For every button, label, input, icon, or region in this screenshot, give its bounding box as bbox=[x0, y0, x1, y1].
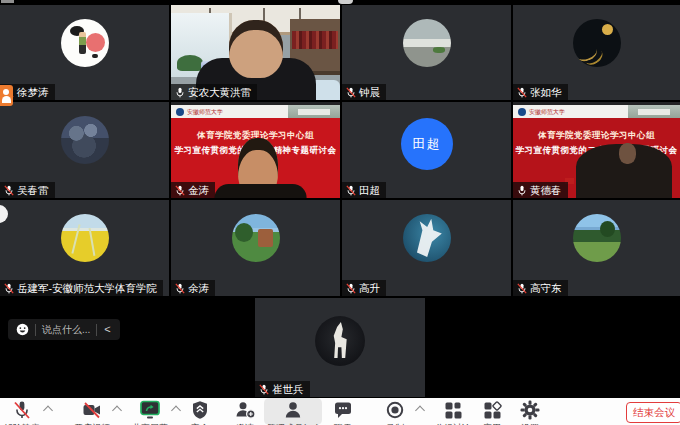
mic-muted-icon bbox=[175, 185, 185, 196]
participant-tile[interactable]: 安农大黄洪雷 bbox=[171, 5, 340, 100]
participant-tile[interactable]: 田超 田超 bbox=[342, 102, 511, 198]
university-logo-text: 安徽师范大学 bbox=[529, 108, 565, 117]
share-options-chevron[interactable] bbox=[173, 407, 180, 414]
unmute-button[interactable]: 解除静音 bbox=[4, 400, 40, 425]
share-screen-button[interactable]: 共享屏幕 bbox=[132, 400, 168, 425]
participant-tile[interactable]: 钟晨 bbox=[342, 5, 511, 100]
participant-tile[interactable]: 高守东 bbox=[513, 200, 680, 296]
participant-tile[interactable]: 徐梦涛 bbox=[0, 5, 169, 100]
participant-name: 张如华 bbox=[530, 86, 562, 98]
breakout-rooms-button[interactable]: 分组讨论 bbox=[435, 400, 471, 425]
participant-name-bar: 田超 bbox=[342, 182, 386, 198]
share-screen-icon bbox=[139, 400, 161, 420]
video-options-chevron[interactable] bbox=[114, 407, 121, 414]
participant-name-bar: 钟晨 bbox=[342, 84, 386, 100]
settings-button[interactable]: 设置 bbox=[520, 400, 540, 425]
avatar bbox=[403, 19, 451, 67]
mic-muted-icon bbox=[4, 283, 14, 294]
participant-name: 高守东 bbox=[530, 282, 562, 294]
avatar bbox=[61, 116, 109, 164]
meeting-toolbar: 解除静音 开启视频 共享屏幕 安全 邀请 管理成员(13) 聊天 bbox=[0, 398, 680, 425]
security-button[interactable]: 安全 bbox=[190, 400, 210, 425]
mic-muted-icon bbox=[517, 283, 527, 294]
invite-button[interactable]: 邀请 bbox=[234, 400, 256, 425]
avatar bbox=[232, 214, 280, 262]
avatar bbox=[403, 214, 451, 262]
mic-muted-icon bbox=[12, 400, 32, 420]
participant-name-bar: 吴春雷 bbox=[0, 182, 55, 198]
participant-tile[interactable]: 余涛 bbox=[171, 200, 340, 296]
member-alert-badge[interactable] bbox=[0, 85, 13, 106]
divider bbox=[35, 324, 36, 336]
mic-muted-icon bbox=[346, 283, 356, 294]
avatar bbox=[315, 316, 365, 366]
settings-icon bbox=[520, 400, 540, 420]
participant-name: 徐梦涛 bbox=[17, 86, 49, 98]
participant-name: 余涛 bbox=[188, 282, 209, 294]
apps-icon bbox=[482, 400, 502, 420]
participant-name-bar: 岳建军-安徽师范大学体育学院 bbox=[0, 280, 163, 296]
participant-name: 吴春雷 bbox=[17, 184, 49, 196]
participant-name-bar: 崔世兵 bbox=[255, 381, 310, 397]
participant-name-bar: 安农大黄洪雷 bbox=[171, 84, 257, 100]
avatar-name-circle: 田超 bbox=[401, 118, 453, 170]
mic-muted-icon bbox=[4, 185, 14, 196]
avatar bbox=[61, 214, 109, 262]
participant-name-bar: 黄德春 bbox=[513, 182, 568, 198]
participant-name-bar: 张如华 bbox=[513, 84, 568, 100]
avatar bbox=[573, 214, 621, 262]
mic-muted-icon bbox=[517, 87, 527, 98]
campus-building-photo bbox=[628, 105, 680, 118]
participant-name-bar: 高守东 bbox=[513, 280, 568, 296]
record-options-chevron[interactable] bbox=[417, 407, 424, 414]
mic-muted-icon bbox=[346, 185, 356, 196]
participant-tile[interactable]: 高升 bbox=[342, 200, 511, 296]
avatar bbox=[573, 19, 621, 67]
meeting-window: 徐梦涛 安农大黄洪雷 钟晨 张如华 吴春雷 bbox=[0, 0, 680, 425]
participant-tile[interactable]: 安徽师范大学 体育学院党委理论学习中心组 学习宣传贯彻党的二十大精神专题研讨会 … bbox=[513, 102, 680, 198]
participant-tile[interactable]: 吴春雷 bbox=[0, 102, 169, 198]
divider bbox=[96, 324, 97, 336]
participant-name: 黄德春 bbox=[530, 184, 562, 196]
record-icon bbox=[385, 400, 405, 420]
start-video-button[interactable]: 开启视频 bbox=[74, 400, 110, 425]
participant-tile[interactable]: 安徽师范大学 体育学院党委理论学习中心组 学习宣传贯彻党的二十大精神专题研讨会 … bbox=[171, 102, 340, 198]
university-logo-text: 安徽师范大学 bbox=[187, 108, 223, 117]
participant-tile[interactable]: 崔世兵 bbox=[255, 298, 425, 397]
mic-icon bbox=[175, 87, 185, 98]
university-logo bbox=[176, 108, 184, 116]
campus-building-photo bbox=[288, 105, 340, 118]
participant-name: 田超 bbox=[359, 184, 380, 196]
university-logo bbox=[518, 108, 526, 116]
participant-name: 金涛 bbox=[188, 184, 209, 196]
participant-name-bar: 余涛 bbox=[171, 280, 215, 296]
smiley-icon[interactable] bbox=[16, 323, 29, 336]
camera-off-icon bbox=[82, 400, 102, 420]
mic-muted-icon bbox=[346, 87, 356, 98]
participant-name-bar: 高升 bbox=[342, 280, 386, 296]
manage-members-button[interactable]: 管理成员(13) bbox=[267, 400, 319, 425]
chat-icon bbox=[333, 400, 353, 420]
unmute-options-chevron[interactable] bbox=[45, 407, 52, 414]
chat-quick-bar[interactable]: 说点什么... < bbox=[8, 319, 120, 340]
chat-input-placeholder[interactable]: 说点什么... bbox=[42, 323, 90, 337]
chat-button[interactable]: 聊天 bbox=[333, 400, 353, 425]
members-icon bbox=[283, 400, 303, 420]
apps-button[interactable]: 应用 bbox=[482, 400, 502, 425]
participant-name: 安农大黄洪雷 bbox=[188, 86, 251, 98]
participant-name-bar: 金涛 bbox=[171, 182, 215, 198]
toolbar-collapse-handle[interactable] bbox=[338, 0, 353, 4]
shield-icon bbox=[190, 400, 210, 420]
participant-name: 崔世兵 bbox=[272, 383, 304, 395]
record-button[interactable]: 录制 bbox=[385, 400, 405, 425]
top-edge-fragment bbox=[1, 0, 14, 3]
mic-icon bbox=[517, 185, 527, 196]
participant-name: 岳建军-安徽师范大学体育学院 bbox=[17, 282, 157, 294]
avatar bbox=[61, 19, 109, 67]
participant-name: 高升 bbox=[359, 282, 380, 294]
end-meeting-button[interactable]: 结束会议 bbox=[626, 402, 680, 423]
chat-collapse-button[interactable]: < bbox=[103, 324, 111, 335]
participant-tile[interactable]: 岳建军-安徽师范大学体育学院 bbox=[0, 200, 169, 296]
participant-tile[interactable]: 张如华 bbox=[513, 5, 680, 100]
mic-muted-icon bbox=[175, 283, 185, 294]
